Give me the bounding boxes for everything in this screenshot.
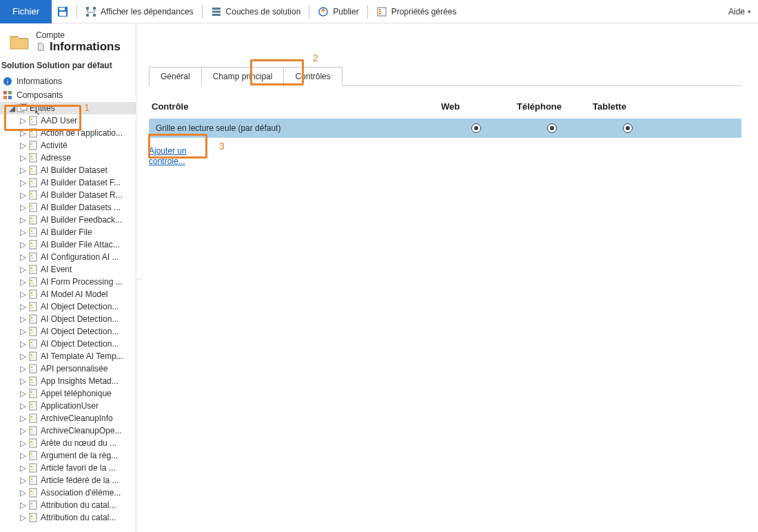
tree-node[interactable]: ▷App Insights Metad... [0, 375, 136, 387]
expand-icon[interactable]: ▷ [19, 178, 26, 187]
tree-node[interactable]: ▷Article fédéré de la ... [0, 474, 136, 487]
tree-node[interactable]: ▷Article favori de la ... [0, 462, 136, 474]
nav-informations[interactable]: i Informations [0, 74, 136, 88]
expand-icon[interactable]: ▷ [19, 364, 26, 374]
tab-primary-field[interactable]: Champ principal [202, 67, 285, 86]
tree-node[interactable]: ▷Attribution du catal... [0, 499, 136, 511]
tree-node[interactable]: ▷ApplicationUser [0, 400, 136, 412]
expand-icon[interactable]: ▷ [19, 289, 26, 299]
tree-node[interactable]: ▷API personnalisée [0, 362, 136, 375]
expand-icon[interactable]: ▷ [19, 128, 26, 138]
expand-icon[interactable]: ▷ [19, 190, 26, 200]
expand-icon[interactable]: ▷ [19, 153, 26, 163]
add-control-link[interactable]: Ajouter un contrôle... [149, 146, 197, 167]
expand-icon[interactable]: ▷ [19, 500, 26, 510]
tree-node[interactable]: ▷AI Object Detection... [0, 313, 136, 325]
svg-point-43 [31, 218, 33, 220]
collapse-icon[interactable]: ◢ [8, 103, 15, 113]
tree-node[interactable]: ▷AI Builder Feedback... [0, 214, 136, 226]
expand-icon[interactable]: ▷ [19, 203, 26, 212]
expand-icon[interactable]: ▷ [19, 215, 26, 225]
expand-icon[interactable]: ▷ [19, 141, 26, 150]
resize-handle[interactable]: ⋮ [135, 276, 143, 283]
radio-phone[interactable] [547, 123, 557, 133]
expand-icon[interactable]: ▷ [19, 438, 26, 448]
tree-node[interactable]: ▷AI Model AI Model [0, 288, 136, 300]
expand-icon[interactable]: ▷ [19, 302, 26, 311]
expand-icon[interactable]: ▷ [19, 451, 26, 460]
tree-node[interactable]: ▷Action de l'applicatio... [0, 127, 136, 139]
expand-icon[interactable]: ▷ [19, 265, 26, 274]
svg-rect-36 [30, 178, 37, 187]
tree-node-entities[interactable]: ◢ Entités ↖ [0, 102, 136, 114]
file-button[interactable]: Fichier [0, 0, 52, 23]
expand-icon[interactable]: ▷ [19, 252, 26, 262]
svg-point-87 [31, 491, 33, 493]
expand-icon[interactable]: ▷ [19, 401, 26, 411]
publish-button[interactable]: Publier [312, 0, 364, 23]
tree-node[interactable]: ▷ArchiveCleanupOpe... [0, 424, 136, 437]
tree-node[interactable]: ▷AI Object Detection... [0, 325, 136, 338]
svg-point-37 [31, 181, 33, 183]
svg-point-33 [31, 156, 33, 158]
tree-node[interactable]: ▷ArchiveCleanupInfo [0, 412, 136, 424]
tree-node[interactable]: ▷Activité [0, 139, 136, 152]
expand-icon[interactable]: ▷ [19, 513, 26, 522]
tree-node-label: AI Template AI Temp... [41, 351, 123, 361]
solution-layers-label: Couches de solution [226, 7, 301, 17]
radio-web[interactable] [471, 123, 481, 133]
tree-node[interactable]: ▷AI Builder File [0, 226, 136, 238]
tree-node[interactable]: ▷AI Builder Dataset [0, 164, 136, 176]
expand-icon[interactable]: ▷ [19, 240, 26, 249]
tree-node[interactable]: ▷Argument de la règ... [0, 449, 136, 462]
expand-icon[interactable]: ▷ [19, 277, 26, 287]
table-row[interactable]: Grille en lecture seule (par défaut) [149, 119, 741, 138]
svg-point-47 [31, 243, 33, 245]
entity-icon [28, 475, 39, 485]
expand-icon[interactable]: ▷ [19, 227, 26, 237]
save-button[interactable] [52, 0, 74, 23]
svg-point-59 [31, 317, 33, 319]
tree-node[interactable]: ▷AAD User [0, 114, 136, 127]
solution-layers-button[interactable]: Couches de solution [205, 0, 307, 23]
tree-node[interactable]: ▷Appel téléphonique [0, 387, 136, 400]
expand-icon[interactable]: ▷ [19, 463, 26, 473]
tree-node[interactable]: ▷AI Object Detection... [0, 300, 136, 313]
tree-node[interactable]: ▷Adresse [0, 152, 136, 164]
publish-label: Publier [333, 7, 358, 17]
radio-tablet[interactable] [623, 123, 633, 133]
expand-icon[interactable]: ▷ [19, 389, 26, 398]
tree-node[interactable]: ▷AI Event [0, 263, 136, 276]
expand-icon[interactable]: ▷ [19, 339, 26, 349]
tree-node[interactable]: ▷AI Builder File Attac... [0, 238, 136, 251]
tree-node[interactable]: ▷AI Object Detection... [0, 338, 136, 350]
expand-icon[interactable]: ▷ [19, 376, 26, 386]
expand-icon[interactable]: ▷ [19, 475, 26, 485]
tree-node[interactable]: ▷AI Builder Dataset R... [0, 189, 136, 201]
entity-icon [28, 401, 39, 411]
tree-node[interactable]: ▷AI Template AI Temp... [0, 350, 136, 362]
expand-icon[interactable]: ▷ [19, 116, 26, 125]
expand-icon[interactable]: ▷ [19, 165, 26, 175]
tree-node[interactable]: ▷AI Builder Datasets ... [0, 201, 136, 214]
expand-icon[interactable]: ▷ [19, 314, 26, 324]
expand-icon[interactable]: ▷ [19, 413, 26, 423]
expand-icon[interactable]: ▷ [19, 351, 26, 361]
tree-node[interactable]: ▷Association d'éléme... [0, 487, 136, 499]
tab-general[interactable]: Général [149, 67, 202, 86]
expand-icon[interactable]: ▷ [19, 426, 26, 436]
expand-icon[interactable]: ▷ [19, 327, 26, 336]
tab-controls[interactable]: Contrôles [284, 67, 342, 86]
tree-node[interactable]: ▷AI Configuration AI ... [0, 251, 136, 263]
help-button[interactable]: ? Aide ▾ [726, 7, 751, 17]
svg-rect-56 [30, 303, 37, 311]
expand-icon[interactable]: ▷ [19, 488, 26, 498]
managed-properties-button[interactable]: Propriétés gérées [371, 0, 462, 23]
tree-node[interactable]: ▷AI Form Processing ... [0, 276, 136, 288]
show-dependencies-button[interactable]: Afficher les dépendances [80, 0, 199, 23]
tree-node[interactable]: ▷AI Builder Dataset F... [0, 176, 136, 189]
tree-node[interactable]: ▷Attribution du catal... [0, 511, 136, 524]
tree-node[interactable]: ▷Arête du nœud du ... [0, 437, 136, 449]
tree-node-label: AI Builder Dataset R... [41, 190, 123, 200]
nav-composants[interactable]: Composants [0, 88, 136, 102]
